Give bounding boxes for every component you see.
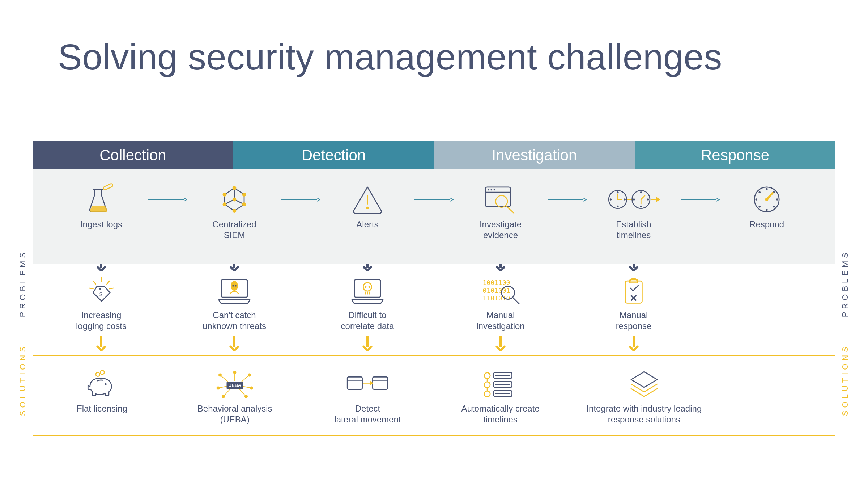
phase-collection: Collection	[33, 141, 233, 169]
arrow-right-icon	[681, 182, 720, 217]
svg-line-110	[239, 389, 246, 397]
svg-line-84	[513, 298, 519, 304]
windows-sync-icon	[320, 368, 414, 401]
solution-ueba: UEBA Behavioral analysis(UEBA)	[188, 368, 282, 425]
solution-lateral: Detectlateral movement	[320, 368, 414, 425]
down-arrows-to-solutions	[33, 335, 835, 353]
svg-text:0101001: 0101001	[483, 287, 510, 294]
ueba-icon: UEBA	[188, 368, 282, 401]
problems-side-label-left: PROBLEMS	[18, 250, 27, 317]
svg-point-94	[96, 372, 100, 376]
problems-side-label-right: PROBLEMS	[841, 250, 850, 317]
flow-respond-label: Respond	[720, 219, 814, 230]
svg-rect-72	[235, 285, 237, 287]
svg-point-35	[624, 198, 626, 200]
clocks-icon	[587, 182, 681, 217]
svg-point-43	[647, 198, 649, 200]
svg-point-14	[223, 202, 227, 206]
clipboard-x-icon	[587, 275, 681, 308]
svg-rect-112	[348, 377, 362, 389]
svg-point-42	[633, 198, 635, 200]
arrow-right-icon	[281, 182, 320, 217]
svg-line-64	[93, 281, 96, 284]
svg-point-49	[766, 188, 767, 190]
arrow-right-icon	[414, 182, 454, 217]
solution-integrate-label: Integrate with industry leadingresponse …	[586, 403, 702, 425]
timeline-list-icon	[454, 368, 548, 401]
flow-siem: CentralizedSIEM	[187, 182, 281, 241]
svg-point-76	[369, 286, 370, 288]
layers-icon	[586, 368, 702, 401]
problem-manual: 1001100 0101001 1101010 Manualinvestigat…	[454, 275, 548, 332]
flow-ingest: Ingest logs	[54, 182, 148, 230]
svg-point-34	[610, 198, 612, 200]
arrow-right-icon	[548, 182, 587, 217]
laptop-skull-icon	[320, 275, 414, 308]
svg-point-32	[617, 191, 618, 193]
svg-point-33	[617, 206, 618, 207]
svg-point-53	[759, 191, 761, 193]
flow-respond: Respond	[720, 182, 814, 230]
svg-text:$: $	[99, 291, 102, 297]
solution-ueba-label: Behavioral analysis(UEBA)	[188, 403, 282, 425]
binary-search-icon: 1001100 0101001 1101010	[454, 275, 548, 308]
svg-point-17	[242, 193, 246, 197]
warning-icon	[320, 182, 414, 217]
svg-line-44	[641, 195, 645, 199]
svg-point-26	[491, 189, 493, 191]
flow-evidence: Investigateevidence	[454, 182, 548, 241]
svg-rect-85	[625, 281, 642, 303]
svg-line-65	[107, 281, 109, 284]
solution-flat-label: Flat licensing	[55, 403, 149, 414]
page-title: Solving security management challenges	[58, 36, 722, 78]
svg-line-107	[218, 386, 228, 388]
flask-icon	[54, 182, 148, 217]
svg-point-25	[488, 189, 489, 191]
flow-evidence-label: Investigateevidence	[454, 219, 548, 241]
svg-point-27	[494, 189, 495, 191]
svg-rect-1	[103, 183, 113, 190]
svg-point-51	[756, 198, 757, 200]
phase-response: Response	[635, 141, 835, 169]
svg-point-15	[233, 209, 237, 213]
svg-rect-71	[233, 285, 234, 287]
svg-point-16	[242, 202, 246, 206]
svg-point-117	[484, 373, 490, 379]
svg-point-21	[366, 207, 369, 209]
problem-cost: $ Increasinglogging costs	[54, 275, 148, 332]
flow-alerts-label: Alerts	[320, 219, 414, 230]
flow-timelines-label: Establishtimelines	[587, 219, 681, 241]
svg-point-28	[496, 195, 507, 207]
arrow-down-icon	[95, 335, 107, 353]
problem-cost-label: Increasinglogging costs	[54, 310, 148, 332]
svg-line-67	[110, 288, 114, 289]
svg-point-12	[233, 186, 237, 190]
browser-search-icon	[454, 182, 548, 217]
svg-point-40	[640, 191, 642, 193]
piggy-bank-icon	[55, 368, 149, 401]
diagram: Collection Detection Investigation Respo…	[33, 141, 835, 436]
svg-point-68	[99, 288, 101, 290]
svg-point-13	[223, 193, 227, 197]
solution-auto: Automatically createtimelines	[454, 368, 548, 425]
arrow-down-icon	[229, 335, 240, 353]
solutions-side-label-left: SOLUTIONS	[18, 344, 27, 416]
phase-investigation: Investigation	[434, 141, 635, 169]
phase-header-row: Collection Detection Investigation Respo…	[33, 141, 835, 169]
svg-line-109	[224, 389, 231, 397]
svg-point-96	[105, 383, 106, 385]
problem-catch-label: Can't catchunknown threats	[187, 310, 281, 332]
arrow-down-icon	[362, 335, 373, 353]
svg-line-29	[506, 206, 514, 213]
problem-manual-label: Manualinvestigation	[454, 310, 548, 332]
svg-point-118	[484, 382, 490, 388]
price-tag-icon: $	[54, 275, 148, 308]
problem-catch: Can't catchunknown threats	[187, 275, 281, 332]
solution-auto-label: Automatically createtimelines	[454, 403, 548, 425]
svg-line-108	[242, 386, 251, 388]
arrow-right-icon	[148, 182, 187, 217]
svg-line-66	[89, 288, 93, 289]
svg-point-52	[776, 198, 778, 200]
svg-rect-114	[373, 377, 388, 389]
solution-integrate: Integrate with industry leadingresponse …	[586, 368, 702, 425]
